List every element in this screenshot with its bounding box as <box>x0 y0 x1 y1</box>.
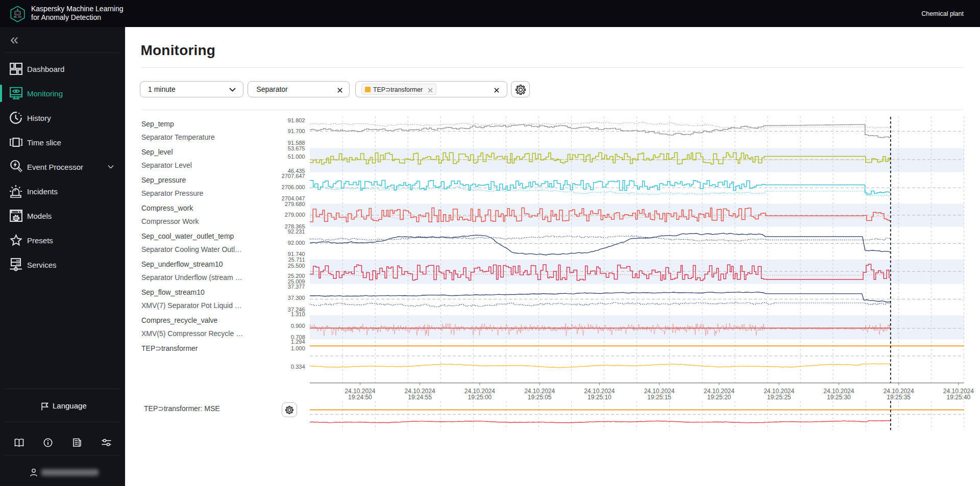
svg-text:91.802: 91.802 <box>288 117 305 123</box>
svg-text:2706.000: 2706.000 <box>282 184 305 190</box>
svg-text:2707.647: 2707.647 <box>282 173 305 179</box>
svg-text:279.000: 279.000 <box>285 212 305 218</box>
svg-text:19:25:35: 19:25:35 <box>887 394 911 401</box>
svg-text:0.334: 0.334 <box>291 364 305 370</box>
svg-text:19:25:15: 19:25:15 <box>647 394 671 401</box>
svg-text:92.000: 92.000 <box>288 240 305 246</box>
svg-text:37.377: 37.377 <box>288 284 305 290</box>
svg-text:ML AD: ML AD <box>14 16 22 18</box>
svg-text:19:25:30: 19:25:30 <box>827 394 851 401</box>
svg-text:91.700: 91.700 <box>288 128 305 134</box>
svg-text:25.711: 25.711 <box>288 257 305 263</box>
svg-text:19:24:55: 19:24:55 <box>408 394 432 401</box>
svg-text:92.231: 92.231 <box>288 228 305 235</box>
svg-text:25.500: 25.500 <box>288 263 305 269</box>
svg-text:279.680: 279.680 <box>285 201 305 207</box>
svg-text:0.900: 0.900 <box>291 323 305 329</box>
svg-text:19:25:05: 19:25:05 <box>528 394 552 401</box>
svg-text:19:24:50: 19:24:50 <box>348 394 372 401</box>
svg-text:1.294: 1.294 <box>291 339 305 345</box>
svg-text:53.675: 53.675 <box>288 145 305 151</box>
svg-text:19:25:10: 19:25:10 <box>587 394 611 401</box>
svg-text:19:25:25: 19:25:25 <box>767 394 791 401</box>
svg-text:37.300: 37.300 <box>288 295 305 301</box>
svg-text:19:25:00: 19:25:00 <box>468 394 492 401</box>
svg-text:1.310: 1.310 <box>291 311 305 317</box>
svg-text:25.200: 25.200 <box>288 273 305 279</box>
svg-text:19:25:40: 19:25:40 <box>947 394 971 401</box>
svg-text:51.000: 51.000 <box>288 154 305 160</box>
svg-text:19:25:20: 19:25:20 <box>707 394 731 401</box>
svg-text:1.000: 1.000 <box>291 345 305 351</box>
